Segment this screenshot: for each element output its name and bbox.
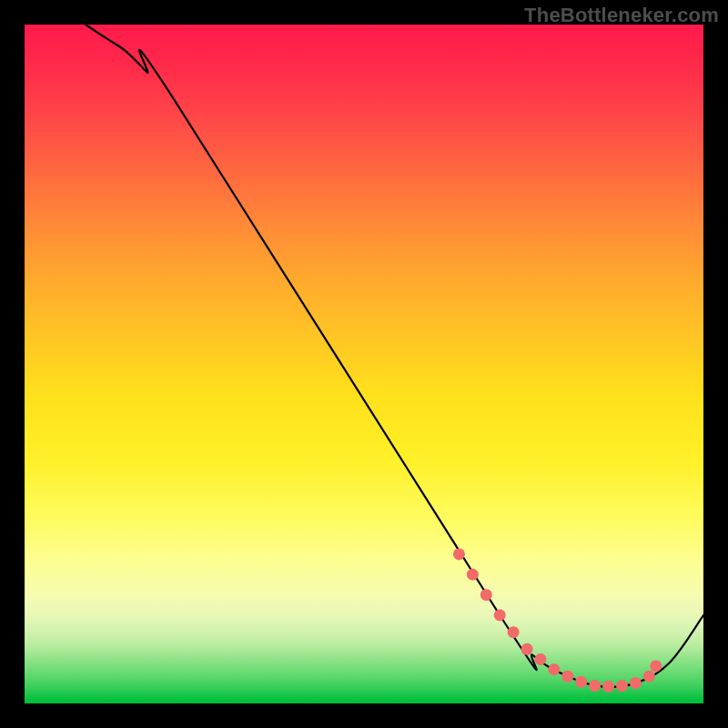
highlight-dot	[575, 676, 587, 688]
highlight-dot	[467, 569, 479, 581]
highlight-dot	[589, 680, 601, 692]
watermark-text: TheBottleneker.com	[524, 4, 719, 27]
highlight-dot	[650, 660, 662, 672]
highlight-dot	[508, 626, 520, 638]
chart-frame: TheBottleneker.com	[0, 0, 728, 728]
curve-layer	[25, 25, 703, 703]
plot-area	[25, 25, 703, 703]
bottleneck-curve	[86, 25, 703, 687]
highlight-dot	[548, 663, 560, 675]
highlight-dot	[494, 610, 506, 622]
highlight-dot	[630, 677, 642, 689]
highlight-dot	[480, 589, 492, 601]
highlight-dot	[561, 671, 573, 682]
highlight-dots	[453, 548, 662, 692]
highlight-dot	[534, 653, 546, 665]
highlight-dot	[602, 681, 614, 693]
highlight-dot	[616, 680, 628, 692]
highlight-dot	[643, 671, 655, 682]
highlight-dot	[453, 548, 465, 560]
highlight-dot	[521, 643, 533, 655]
